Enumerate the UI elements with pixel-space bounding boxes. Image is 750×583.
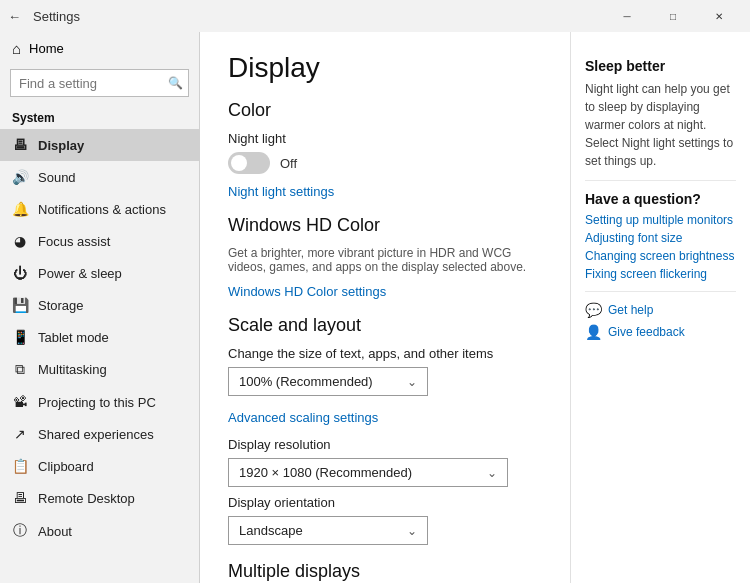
sidebar-item-display[interactable]: 🖶 Display (0, 129, 199, 161)
advanced-scaling-link[interactable]: Advanced scaling settings (228, 410, 378, 425)
close-button[interactable]: ✕ (696, 0, 742, 32)
sidebar-item-shared[interactable]: ↗ Shared experiences (0, 418, 199, 450)
titlebar-title: Settings (33, 9, 80, 24)
color-section-title: Color (228, 100, 542, 121)
sidebar-item-shared-label: Shared experiences (38, 427, 154, 442)
sidebar-item-power-label: Power & sleep (38, 266, 122, 281)
sidebar-item-multitasking[interactable]: ⧉ Multitasking (0, 353, 199, 386)
app-body: ⌂ Home 🔍 System 🖶 Display 🔊 Sound 🔔 Noti… (0, 32, 750, 583)
back-icon[interactable]: ← (8, 9, 21, 24)
scale-value: 100% (Recommended) (239, 374, 373, 389)
sidebar-item-clipboard-label: Clipboard (38, 459, 94, 474)
projecting-icon: 📽 (12, 394, 28, 410)
multiple-section-title: Multiple displays (228, 561, 542, 582)
home-icon: ⌂ (12, 40, 21, 57)
notifications-icon: 🔔 (12, 201, 28, 217)
resolution-dropdown-arrow: ⌄ (487, 466, 497, 480)
sidebar-item-sound-label: Sound (38, 170, 76, 185)
sidebar-item-about[interactable]: ⓘ About (0, 514, 199, 548)
main-area: Display Color Night light Off Night ligh… (200, 32, 750, 583)
feedback-row[interactable]: 👤 Give feedback (585, 324, 736, 340)
hd-color-desc: Get a brighter, more vibrant picture in … (228, 246, 542, 274)
scale-dropdown[interactable]: 100% (Recommended) ⌄ (228, 367, 428, 396)
page-title: Display (228, 52, 542, 84)
sidebar-item-about-label: About (38, 524, 72, 539)
sidebar-item-power[interactable]: ⏻ Power & sleep (0, 257, 199, 289)
sidebar-home[interactable]: ⌂ Home (0, 32, 199, 65)
rp-link-monitors[interactable]: Setting up multiple monitors (585, 213, 736, 227)
feedback-icon: 👤 (585, 324, 602, 340)
hd-color-link[interactable]: Windows HD Color settings (228, 284, 386, 299)
right-panel-divider (585, 180, 736, 181)
get-help-label: Get help (608, 303, 653, 317)
sidebar-item-display-label: Display (38, 138, 84, 153)
resolution-value: 1920 × 1080 (Recommended) (239, 465, 412, 480)
sidebar-item-projecting-label: Projecting to this PC (38, 395, 156, 410)
resolution-label: Display resolution (228, 437, 542, 452)
sidebar-item-notifications[interactable]: 🔔 Notifications & actions (0, 193, 199, 225)
sidebar-search: 🔍 (10, 69, 189, 97)
focus-icon: ◕ (12, 233, 28, 249)
sidebar-item-tablet-label: Tablet mode (38, 330, 109, 345)
scale-dropdown-arrow: ⌄ (407, 375, 417, 389)
minimize-button[interactable]: ─ (604, 0, 650, 32)
rp-link-font[interactable]: Adjusting font size (585, 231, 736, 245)
scale-section-title: Scale and layout (228, 315, 542, 336)
search-input[interactable] (10, 69, 189, 97)
sidebar-section-label: System (0, 101, 199, 129)
rp-link-brightness[interactable]: Changing screen brightness (585, 249, 736, 263)
orientation-value: Landscape (239, 523, 303, 538)
sidebar-item-sound[interactable]: 🔊 Sound (0, 161, 199, 193)
resolution-dropdown-wrap: 1920 × 1080 (Recommended) ⌄ (228, 458, 542, 487)
orientation-label: Display orientation (228, 495, 542, 510)
maximize-button[interactable]: □ (650, 0, 696, 32)
night-light-toggle-row: Off (228, 152, 542, 174)
right-panel: Sleep better Night light can help you ge… (570, 32, 750, 583)
sidebar-item-tablet[interactable]: 📱 Tablet mode (0, 321, 199, 353)
sidebar-item-projecting[interactable]: 📽 Projecting to this PC (0, 386, 199, 418)
sleep-heading: Sleep better (585, 58, 736, 74)
question-heading: Have a question? (585, 191, 736, 207)
toggle-knob (231, 155, 247, 171)
titlebar-left: ← Settings (8, 9, 80, 24)
right-panel-divider2 (585, 291, 736, 292)
titlebar: ← Settings ─ □ ✕ (0, 0, 750, 32)
night-light-toggle[interactable] (228, 152, 270, 174)
display-icon: 🖶 (12, 137, 28, 153)
power-icon: ⏻ (12, 265, 28, 281)
main-content: Display Color Night light Off Night ligh… (200, 32, 570, 583)
sidebar-item-clipboard[interactable]: 📋 Clipboard (0, 450, 199, 482)
orientation-dropdown-arrow: ⌄ (407, 524, 417, 538)
remote-icon: 🖶 (12, 490, 28, 506)
sidebar-item-storage[interactable]: 💾 Storage (0, 289, 199, 321)
get-help-row[interactable]: 💬 Get help (585, 302, 736, 318)
sidebar-item-multitasking-label: Multitasking (38, 362, 107, 377)
storage-icon: 💾 (12, 297, 28, 313)
sound-icon: 🔊 (12, 169, 28, 185)
sidebar-item-focus[interactable]: ◕ Focus assist (0, 225, 199, 257)
search-icon: 🔍 (168, 76, 183, 90)
orientation-dropdown-wrap: Landscape ⌄ (228, 516, 542, 545)
multitasking-icon: ⧉ (12, 361, 28, 378)
sidebar-item-focus-label: Focus assist (38, 234, 110, 249)
rp-link-flickering[interactable]: Fixing screen flickering (585, 267, 736, 281)
sidebar-item-remote[interactable]: 🖶 Remote Desktop (0, 482, 199, 514)
shared-icon: ↗ (12, 426, 28, 442)
get-help-icon: 💬 (585, 302, 602, 318)
scale-label: Change the size of text, apps, and other… (228, 346, 542, 361)
clipboard-icon: 📋 (12, 458, 28, 474)
feedback-label: Give feedback (608, 325, 685, 339)
resolution-dropdown[interactable]: 1920 × 1080 (Recommended) ⌄ (228, 458, 508, 487)
sleep-text: Night light can help you get to sleep by… (585, 80, 736, 170)
night-light-label: Night light (228, 131, 542, 146)
sidebar-item-storage-label: Storage (38, 298, 84, 313)
sidebar: ⌂ Home 🔍 System 🖶 Display 🔊 Sound 🔔 Noti… (0, 32, 200, 583)
scale-dropdown-wrap: 100% (Recommended) ⌄ (228, 367, 542, 396)
sidebar-item-remote-label: Remote Desktop (38, 491, 135, 506)
orientation-dropdown[interactable]: Landscape ⌄ (228, 516, 428, 545)
sidebar-home-label: Home (29, 41, 64, 56)
sidebar-item-notifications-label: Notifications & actions (38, 202, 166, 217)
titlebar-controls: ─ □ ✕ (604, 0, 742, 32)
night-light-settings-link[interactable]: Night light settings (228, 184, 334, 199)
hd-color-section-title: Windows HD Color (228, 215, 542, 236)
